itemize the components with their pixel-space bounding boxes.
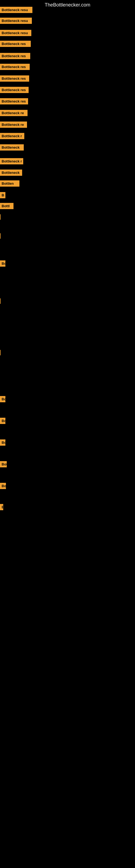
bottleneck-item-28[interactable]: Bott [0,483,6,489]
bottleneck-item-6[interactable]: Bottleneck res [0,64,30,70]
bottleneck-item-4[interactable]: Bottleneck res [0,41,31,47]
bottleneck-item-11[interactable]: Bottleneck re [0,122,27,128]
bottleneck-item-12[interactable]: Bottleneck r [0,133,24,139]
bottleneck-item-27[interactable]: Bot [0,461,7,467]
bottleneck-item-10[interactable]: Bottleneck re [0,110,28,116]
bottleneck-item-14[interactable]: Bottleneck r [0,158,23,164]
bottleneck-item-21[interactable]: Bo [0,260,5,267]
bottleneck-item-16[interactable]: Bottlen [0,180,19,187]
bottleneck-item-25[interactable]: Bo [0,418,5,424]
bottleneck-item-9[interactable]: Bottleneck res [0,98,28,104]
bottleneck-item-1[interactable]: Bottleneck resu [0,7,32,13]
bottleneck-item-7[interactable]: Bottleneck res [0,75,29,82]
bottleneck-item-29[interactable]: B [0,504,3,510]
bottleneck-item-26[interactable]: Bo [0,439,5,446]
line-marker-19 [0,214,1,220]
line-marker-22 [0,299,1,304]
bottleneck-item-8[interactable]: Bottleneck res [0,87,29,93]
line-marker-20 [0,233,1,239]
bottleneck-item-18[interactable]: Bottl [0,203,13,209]
bottleneck-item-3[interactable]: Bottleneck resu [0,30,31,36]
bottleneck-item-13[interactable]: Bottleneck [0,144,24,151]
bottleneck-item-2[interactable]: Bottleneck resu [0,18,32,24]
bottleneck-item-24[interactable]: Bo [0,396,5,402]
bottleneck-item-15[interactable]: Bottleneck [0,169,22,176]
line-marker-23 [0,350,1,355]
bottleneck-item-5[interactable]: Bottleneck res [0,53,30,59]
bottleneck-item-17[interactable]: B [0,192,5,198]
